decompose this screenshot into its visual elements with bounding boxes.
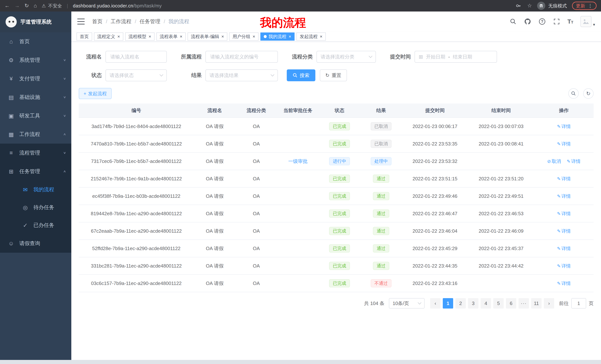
detail-link[interactable]: ✎详情 <box>557 228 571 234</box>
view-tab[interactable]: 流程定义 × <box>94 32 123 41</box>
process-key-input[interactable] <box>205 51 278 63</box>
tab-label: 发起流程 <box>300 34 318 39</box>
breadcrumb-item[interactable]: 任务管理 <box>140 18 160 25</box>
close-icon[interactable]: × <box>289 34 291 39</box>
detail-link[interactable]: ✎详情 <box>557 263 571 268</box>
status-select[interactable]: 请选择状态 <box>105 69 167 81</box>
cell-category: OA <box>235 187 277 205</box>
address-bar[interactable]: dashboard.yudao.iocoder.cn/bpm/task/my <box>73 3 162 9</box>
close-icon[interactable]: × <box>221 34 224 39</box>
close-icon[interactable]: × <box>117 34 120 39</box>
category-select[interactable]: 请选择流程分类 <box>316 51 376 63</box>
font-size-icon[interactable]: TT <box>567 18 573 25</box>
browser-reload-icon[interactable]: ↻ <box>25 3 29 8</box>
page-button[interactable]: 5 <box>493 298 504 308</box>
sidebar-submenu-item[interactable]: ☺ 请假查询 <box>0 234 71 253</box>
detail-link[interactable]: ✎详情 <box>557 193 571 199</box>
user-avatar-menu[interactable]: ▾ <box>580 16 595 27</box>
result-select[interactable]: 请选择流结果 <box>205 69 278 81</box>
sidebar-task-item[interactable]: ◎ 待办任务 <box>0 199 71 216</box>
detail-link[interactable]: ✎详情 <box>557 141 571 146</box>
detail-link[interactable]: ✎详情 <box>557 281 571 286</box>
breadcrumb-item[interactable]: 工作流程 <box>111 18 131 25</box>
view-tab[interactable]: 流程表单-编辑 × <box>188 32 227 41</box>
process-key-label: 所属流程 <box>176 53 202 60</box>
sidebar-menu-item[interactable]: ¥ 支付管理 ∨ <box>0 69 71 88</box>
process-name-input[interactable] <box>105 51 167 63</box>
cell-current-task <box>277 205 319 222</box>
close-icon[interactable]: × <box>253 34 255 39</box>
sidebar-toggle-icon[interactable] <box>77 19 85 25</box>
status-badge: 已完成 <box>329 244 350 252</box>
jump-page-input[interactable] <box>571 298 586 308</box>
fullscreen-icon[interactable] <box>553 18 560 25</box>
page-button[interactable]: ··· <box>519 298 529 308</box>
page-button[interactable]: 11 <box>531 298 541 308</box>
page-button[interactable]: 4 <box>481 298 491 308</box>
page-button[interactable]: 6 <box>506 298 516 308</box>
github-icon[interactable] <box>524 18 531 25</box>
toggle-search-icon[interactable] <box>568 88 579 99</box>
sidebar-menu-item[interactable]: ▤ 基础设施 ∨ <box>0 88 71 106</box>
browser-update-button[interactable]: 更新 ⋮ <box>572 2 597 10</box>
close-icon[interactable]: × <box>180 34 182 39</box>
page-size-select[interactable]: 10条/页 <box>389 298 425 308</box>
tab-label: 流程表单 <box>160 34 178 39</box>
sidebar-task-item[interactable]: ✓ 已办任务 <box>0 216 71 234</box>
detail-link[interactable]: ✎详情 <box>557 176 571 181</box>
next-page-button[interactable]: › <box>544 298 554 308</box>
view-tab[interactable]: 发起流程 × <box>296 32 326 41</box>
filter-row-2: 状态 请选择状态 结果 请选择流结果 <box>79 69 594 81</box>
sidebar-task-item[interactable]: ✉ 我的流程 <box>0 181 71 199</box>
browser-back-icon[interactable]: ← <box>4 3 10 8</box>
breadcrumb-item[interactable]: 首页 <box>92 18 102 25</box>
password-key-icon[interactable] <box>515 2 522 10</box>
column-header: 当前审批任务 <box>277 104 319 118</box>
view-tab[interactable]: 我的流程 × <box>260 32 295 41</box>
detail-link[interactable]: ✎详情 <box>557 211 571 216</box>
page-button[interactable]: 3 <box>468 298 478 308</box>
breadcrumb-item[interactable]: 我的流程 <box>169 18 189 25</box>
page-button[interactable]: 1 <box>443 298 453 308</box>
chevron-icon: ∨ <box>63 77 66 80</box>
close-icon[interactable]: × <box>149 34 151 39</box>
browser-home-icon[interactable]: ⌂ <box>34 3 37 8</box>
view-tab[interactable]: 流程模型 × <box>125 32 155 41</box>
prev-page-button[interactable]: ‹ <box>430 298 441 308</box>
sidebar-menu-item[interactable]: ▣ 研发工具 ∨ <box>0 106 71 125</box>
cell-result: 已取消 <box>360 135 402 153</box>
refresh-table-icon[interactable]: ↻ <box>583 88 594 99</box>
help-icon[interactable]: ? <box>538 18 546 25</box>
header-search-icon[interactable] <box>510 18 517 25</box>
detail-link[interactable]: ✎详情 <box>557 124 571 129</box>
view-tab[interactable]: 用户分组 × <box>229 32 259 41</box>
current-task-link[interactable]: 一级审批 <box>288 158 308 164</box>
date-range-picker[interactable]: ⊞ 开始日期 - 结束日期 <box>415 51 497 63</box>
view-tab[interactable]: 首页 <box>77 32 92 41</box>
browser-menu-icon[interactable]: ⋮ <box>588 3 593 9</box>
detail-link[interactable]: ✎详情 <box>557 246 571 251</box>
total-count: 共 104 条 <box>364 300 384 307</box>
cancel-link[interactable]: ⊘取消 <box>547 159 561 164</box>
table-row: 03c6c157-7b9a-11ec-a290-acde48001122 OA … <box>79 275 594 292</box>
sidebar-menu-item[interactable]: ⚙ 系统管理 ∨ <box>0 51 71 69</box>
window-bottom-edge <box>0 360 601 364</box>
sidebar-menu-item[interactable]: ⌂ 首页 <box>0 32 71 51</box>
sidebar-submenu-item[interactable]: ≡ 流程管理 ∨ <box>0 144 71 162</box>
detail-link[interactable]: ✎详情 <box>567 159 581 164</box>
table-row: 7470a810-7b9b-11ec-b5b7-acde48001122 OA … <box>79 135 594 153</box>
sidebar-submenu-item[interactable]: ⊞ 任务管理 ∧ <box>0 162 71 181</box>
sidebar-menu-item[interactable]: ▦ 工作流程 ∧ <box>0 125 71 144</box>
search-button[interactable]: 搜索 <box>287 69 315 81</box>
page-button[interactable]: 2 <box>455 298 466 308</box>
submit-time-label: 提交时间 <box>385 53 411 60</box>
browser-forward-icon[interactable]: → <box>14 3 20 8</box>
site-security-indicator[interactable]: ⚠ 不安全 <box>42 3 62 9</box>
bookmark-star-icon[interactable]: ☆ <box>527 3 532 8</box>
result-badge: 通过 <box>373 227 389 235</box>
close-icon[interactable]: × <box>320 34 322 39</box>
reset-button[interactable]: ↻ 重置 <box>320 69 347 81</box>
table-body: 3ad174fb-7b9d-11ec-8404-acde48001122 OA … <box>79 118 594 292</box>
start-process-button[interactable]: + 发起流程 <box>79 88 112 99</box>
view-tab[interactable]: 流程表单 × <box>156 32 186 41</box>
